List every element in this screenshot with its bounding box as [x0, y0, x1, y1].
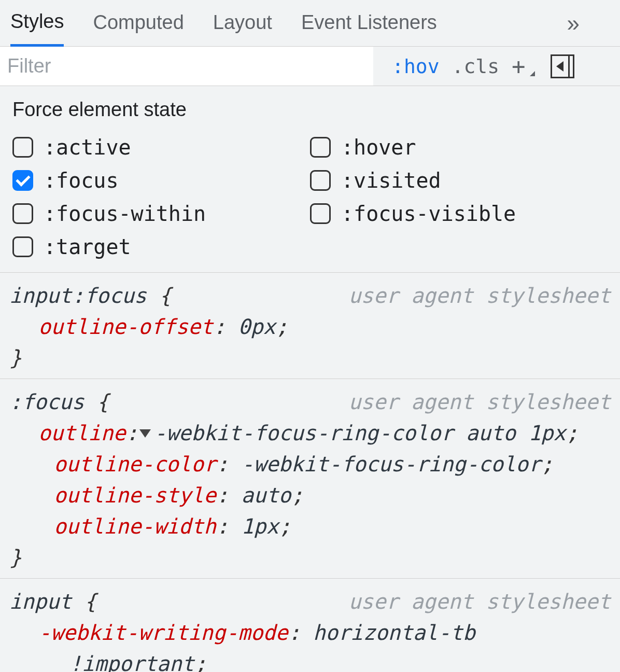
styles-panel: Styles Computed Layout Event Listeners »… — [0, 0, 620, 672]
tab-bar: Styles Computed Layout Event Listeners » — [0, 0, 620, 47]
state-item-focus[interactable]: :focus — [12, 169, 310, 192]
state-item-hover[interactable]: :hover — [310, 135, 608, 159]
state-grid: :active:hover:focus:visited:focus-within… — [12, 135, 608, 259]
css-declaration[interactable]: outline-width: 1px; — [9, 511, 611, 542]
checkbox-icon[interactable] — [12, 236, 33, 257]
state-item-visited[interactable]: :visited — [310, 169, 608, 192]
filter-row: :hov .cls + — [0, 47, 620, 86]
rule-source: user agent stylesheet — [348, 280, 611, 311]
rules-container: input:focus {user agent stylesheetoutlin… — [0, 273, 620, 672]
rule-close-brace: } — [9, 342, 611, 373]
rule-source: user agent stylesheet — [348, 586, 611, 617]
state-label: :focus — [44, 169, 119, 192]
css-declaration[interactable]: outline-color: -webkit-focus-ring-color; — [9, 449, 611, 480]
state-label: :visited — [341, 169, 441, 192]
more-tabs-icon[interactable]: » — [567, 10, 579, 36]
rule-close-brace: } — [9, 542, 611, 573]
css-rule: :focus {user agent stylesheetoutline:-we… — [0, 379, 620, 579]
filter-input[interactable] — [0, 47, 373, 86]
state-item-focus-within[interactable]: :focus-within — [12, 202, 310, 226]
state-item-target[interactable]: :target — [12, 235, 310, 259]
checkbox-icon[interactable] — [310, 170, 331, 191]
state-label: :hover — [341, 135, 416, 159]
checkbox-icon[interactable] — [310, 203, 331, 224]
rule-selector[interactable]: :focus { — [9, 386, 109, 417]
filter-toolbar: :hov .cls + — [392, 53, 574, 79]
css-declaration[interactable]: outline-style: auto; — [9, 480, 611, 511]
state-label: :focus-visible — [341, 202, 516, 226]
checkbox-icon[interactable] — [12, 137, 33, 158]
checkbox-icon[interactable] — [12, 203, 33, 224]
css-rule: input {user agent stylesheet-webkit-writ… — [0, 579, 620, 672]
hov-toggle[interactable]: :hov — [392, 55, 440, 78]
state-label: :focus-within — [44, 202, 206, 226]
checkbox-icon[interactable] — [12, 170, 33, 191]
force-element-state-section: Force element state :active:hover:focus:… — [0, 86, 620, 273]
tab-computed[interactable]: Computed — [93, 0, 184, 47]
state-item-active[interactable]: :active — [12, 135, 310, 159]
state-label: :target — [44, 235, 131, 259]
rule-selector[interactable]: input:focus { — [9, 280, 172, 311]
css-declaration[interactable]: outline:-webkit-focus-ring-color auto 1p… — [9, 417, 611, 449]
toggle-computed-sidebar-icon[interactable] — [551, 54, 574, 78]
new-style-rule-button[interactable]: + — [512, 53, 535, 79]
rule-source: user agent stylesheet — [348, 386, 611, 417]
tab-styles[interactable]: Styles — [10, 0, 64, 47]
css-rule: input:focus {user agent stylesheetoutlin… — [0, 273, 620, 379]
rule-header: input:focus {user agent stylesheet — [9, 280, 611, 311]
checkbox-icon[interactable] — [310, 137, 331, 158]
tab-event-listeners[interactable]: Event Listeners — [301, 0, 437, 47]
tab-layout[interactable]: Layout — [213, 0, 272, 47]
state-label: :active — [44, 135, 131, 159]
rule-header: :focus {user agent stylesheet — [9, 386, 611, 417]
rule-header: input {user agent stylesheet — [9, 586, 611, 617]
force-element-state-title: Force element state — [12, 99, 608, 121]
css-declaration[interactable]: -webkit-writing-mode: horizontal-tb!impo… — [9, 617, 611, 672]
cls-toggle[interactable]: .cls — [452, 55, 500, 78]
expand-icon[interactable] — [139, 429, 151, 438]
state-item-focus-visible[interactable]: :focus-visible — [310, 202, 608, 226]
css-declaration[interactable]: outline-offset: 0px; — [9, 311, 611, 342]
rule-selector[interactable]: input { — [9, 586, 97, 617]
